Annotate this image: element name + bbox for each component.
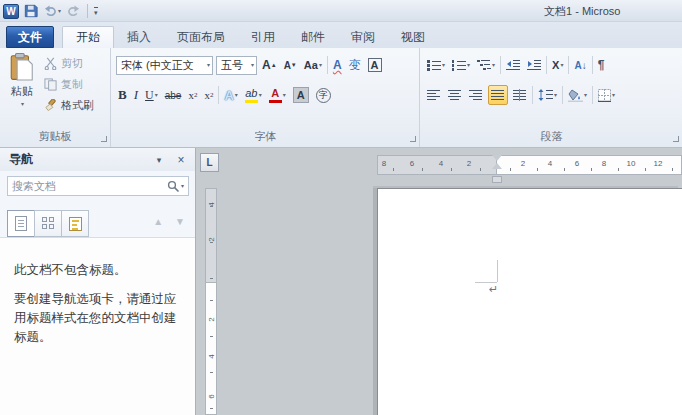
- hanging-indent-marker[interactable]: [492, 163, 502, 169]
- left-indent-marker[interactable]: [492, 176, 502, 183]
- hruler-number: 2: [462, 159, 476, 168]
- redo-button[interactable]: [66, 3, 81, 19]
- font-row1-separator: [327, 56, 328, 74]
- asian-layout-button[interactable]: X ▾: [550, 55, 565, 75]
- subscript-mark: 2: [194, 91, 198, 99]
- sort-button[interactable]: A ↓: [572, 55, 588, 75]
- tab-review[interactable]: 审阅: [338, 26, 388, 48]
- subscript-button[interactable]: x2: [186, 85, 199, 105]
- italic-button[interactable]: I: [132, 85, 140, 105]
- grow-font-button[interactable]: A▲: [260, 55, 279, 75]
- underline-button[interactable]: U ▾: [143, 85, 160, 105]
- font-name-dropdown-arrow[interactable]: ▾: [207, 62, 210, 68]
- numbering-icon: [452, 59, 466, 71]
- clipboard-dialog-launcher[interactable]: [101, 136, 107, 142]
- superscript-button[interactable]: x2: [202, 85, 215, 105]
- distribute-button[interactable]: [511, 85, 529, 105]
- bold-button[interactable]: B: [116, 85, 129, 105]
- line-spacing-dropdown-arrow[interactable]: ▾: [554, 92, 557, 98]
- change-case-dropdown-arrow[interactable]: ▾: [319, 62, 322, 68]
- para-row1-sep2: [546, 56, 547, 74]
- vertical-ruler[interactable]: 4 2 2 4 6: [205, 188, 217, 415]
- copy-button[interactable]: 复制: [44, 74, 108, 95]
- search-options-dropdown-arrow[interactable]: ▾: [181, 183, 184, 189]
- undo-dropdown-arrow[interactable]: ▾: [58, 8, 61, 14]
- tab-stop-selector[interactable]: L: [200, 153, 219, 172]
- search-placeholder: 搜索文档: [12, 179, 167, 194]
- font-dialog-launcher[interactable]: [410, 136, 416, 142]
- format-painter-button[interactable]: 格式刷: [44, 95, 108, 116]
- next-heading-button[interactable]: ▼: [175, 216, 185, 227]
- search-document-input[interactable]: 搜索文档 ▾: [7, 176, 189, 196]
- enclose-characters-button[interactable]: 字: [314, 85, 333, 105]
- shading-dropdown-arrow[interactable]: ▾: [584, 92, 587, 98]
- customize-qat-button[interactable]: ▾: [94, 7, 98, 16]
- browse-results-tab[interactable]: [61, 210, 89, 237]
- tab-mailings[interactable]: 邮件: [288, 26, 338, 48]
- line-spacing-button[interactable]: ▾: [536, 85, 559, 105]
- font-name-combo[interactable]: 宋体 (中文正文 ▾: [116, 56, 213, 75]
- previous-heading-button[interactable]: ▲: [153, 216, 163, 227]
- tab-insert[interactable]: 插入: [114, 26, 164, 48]
- navigation-pane-menu-button[interactable]: ▾: [151, 155, 167, 165]
- align-left-button[interactable]: [425, 85, 443, 105]
- undo-button[interactable]: ▾: [43, 3, 62, 19]
- browse-pages-tab[interactable]: [34, 210, 62, 237]
- browse-headings-tab[interactable]: [7, 210, 35, 237]
- tab-page-layout[interactable]: 页面布局: [164, 26, 238, 48]
- highlight-button[interactable]: ab ▾: [243, 85, 264, 105]
- numbering-button[interactable]: ▾: [450, 55, 472, 75]
- tab-references[interactable]: 引用: [238, 26, 288, 48]
- bullets-button[interactable]: ▾: [425, 55, 447, 75]
- strikethrough-button[interactable]: abe: [163, 85, 184, 105]
- grow-font-mark: ▲: [271, 62, 277, 68]
- para-row2-sep3: [592, 86, 593, 104]
- paste-button[interactable]: 粘贴 ▾: [5, 53, 39, 135]
- para-row2-sep2: [562, 86, 563, 104]
- text-effects-dropdown-arrow[interactable]: ▾: [235, 92, 238, 98]
- highlight-dropdown-arrow[interactable]: ▾: [259, 92, 262, 98]
- document-page[interactable]: [377, 188, 682, 415]
- align-center-icon: [448, 89, 462, 101]
- show-hide-marks-button[interactable]: ¶: [596, 55, 607, 75]
- change-case-button[interactable]: Aa ▾: [302, 55, 324, 75]
- paragraph-dialog-launcher[interactable]: [673, 136, 679, 142]
- underline-dropdown-arrow[interactable]: ▾: [155, 92, 158, 98]
- navigation-pane-close-button[interactable]: ×: [173, 153, 189, 167]
- multilevel-list-button[interactable]: ▾: [475, 55, 497, 75]
- shading-button[interactable]: ▾: [566, 85, 589, 105]
- word-app-icon[interactable]: W: [3, 4, 19, 19]
- justify-button[interactable]: [488, 85, 508, 105]
- save-button[interactable]: [23, 3, 39, 19]
- align-right-button[interactable]: [467, 85, 485, 105]
- borders-button[interactable]: ▾: [596, 85, 617, 105]
- character-shading-button[interactable]: A: [291, 85, 311, 105]
- paste-dropdown-arrow[interactable]: ▾: [21, 101, 24, 107]
- bullets-dropdown-arrow[interactable]: ▾: [442, 62, 445, 68]
- font-color-dropdown-arrow[interactable]: ▾: [283, 92, 286, 98]
- horizontal-ruler[interactable]: 8 6 4 2 2 4 6 8 10 12: [377, 155, 682, 175]
- asian-layout-dropdown-arrow[interactable]: ▾: [560, 62, 563, 68]
- character-border-button[interactable]: A: [366, 55, 384, 75]
- text-effects-button[interactable]: A ▾: [222, 85, 239, 105]
- increase-indent-button[interactable]: [525, 55, 543, 75]
- numbering-dropdown-arrow[interactable]: ▾: [467, 62, 470, 68]
- paragraph-group-label: 段落: [421, 129, 682, 144]
- first-line-indent-marker[interactable]: [492, 155, 502, 161]
- tab-home[interactable]: 开始: [62, 26, 114, 48]
- tab-view[interactable]: 视图: [388, 26, 438, 48]
- tab-file[interactable]: 文件: [6, 26, 54, 48]
- font-color-button[interactable]: A ▾: [267, 85, 288, 105]
- group-paragraph: ▾ ▾ ▾: [421, 48, 682, 147]
- clear-formatting-button[interactable]: A: [331, 55, 344, 75]
- decrease-indent-button[interactable]: [504, 55, 522, 75]
- phonetic-guide-button[interactable]: 变: [347, 55, 363, 75]
- shrink-font-button[interactable]: A▼: [282, 55, 299, 75]
- search-icon[interactable]: [167, 180, 180, 193]
- font-size-combo[interactable]: 五号 ▾: [216, 56, 257, 75]
- align-center-button[interactable]: [446, 85, 464, 105]
- borders-dropdown-arrow[interactable]: ▾: [612, 92, 615, 98]
- font-size-dropdown-arrow[interactable]: ▾: [251, 62, 254, 68]
- multilevel-dropdown-arrow[interactable]: ▾: [492, 62, 495, 68]
- cut-button[interactable]: 剪切: [44, 53, 108, 74]
